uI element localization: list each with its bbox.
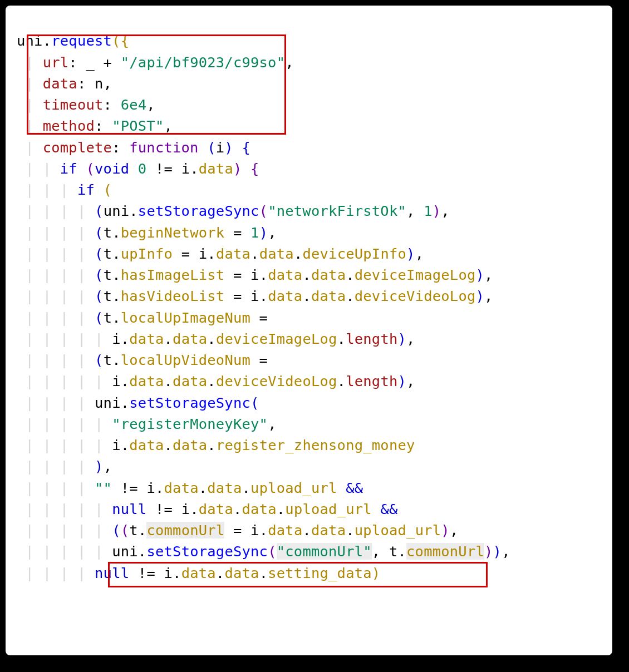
code-line: | | | | "" != i.data.data.upload_url && [17, 480, 363, 496]
hl-commonUrl2: commonUrl [406, 543, 484, 560]
code-line: | | | | | i.data.data.register_zhensong_… [17, 437, 415, 453]
code-line: | | | | | uni.setStorageSync("commonUrl"… [17, 543, 510, 560]
code-line: | | | | (t.localUpVideoNum = [17, 352, 268, 368]
code-line: | url: _ + "/api/bf9023/c99so", [17, 54, 294, 71]
hl-commonUrl1: commonUrl [146, 522, 224, 538]
code-line: | | | | (t.localUpImageNum = [17, 309, 268, 326]
code-line: | | | | (t.hasImageList = i.data.data.de… [17, 266, 493, 283]
ident-request: request [51, 32, 112, 49]
code-line: | method: "POST", [17, 117, 173, 134]
str-post: "POST" [112, 117, 164, 134]
code-line: | data: n, [17, 75, 112, 92]
code-line: | | | if ( [17, 181, 112, 198]
code-frame: uni.request({ | url: _ + "/api/bf9023/c9… [0, 0, 618, 661]
code-line: | | | | uni.setStorageSync( [17, 394, 259, 411]
code-line: | complete: function (i) { [17, 139, 250, 156]
str-api-path: "/api/bf9023/c99so" [121, 54, 286, 71]
ident-uni: uni [17, 32, 43, 49]
code-line: uni.request({ [17, 32, 129, 49]
code-line: | | | | (uni.setStorageSync("networkFirs… [17, 202, 450, 219]
code-line: | | | | | i.data.data.deviceVideoLog.len… [17, 373, 415, 389]
code-block: uni.request({ | url: _ + "/api/bf9023/c9… [6, 6, 612, 584]
code-line: | | | | null != i.data.data.setting_data… [17, 565, 380, 581]
key-data: data [43, 75, 77, 92]
code-line: | | | | (t.hasVideoList = i.data.data.de… [17, 288, 493, 304]
key-complete: complete [43, 139, 112, 156]
code-line: | timeout: 6e4, [17, 96, 155, 113]
code-line: | | | | | i.data.data.deviceImageLog.len… [17, 330, 415, 347]
code-line: | | | | | "registerMoneyKey", [17, 416, 277, 432]
code-line: | | | | (t.upInfo = i.data.data.deviceUp… [17, 245, 424, 262]
code-line: | | | | | null != i.data.data.upload_url… [17, 501, 398, 517]
code-line: | | if (void 0 != i.data) { [17, 160, 259, 177]
code-line: | | | | (t.beginNetwork = 1), [17, 224, 277, 241]
code-line: | | | | ), [17, 458, 112, 475]
key-url: url [43, 54, 69, 71]
hl-commonUrl-str: "commonUrl" [277, 543, 372, 560]
key-method: method [43, 117, 95, 134]
code-line: | | | | | ((t.commonUrl = i.data.data.up… [17, 522, 458, 538]
key-timeout: timeout [43, 96, 104, 113]
num-timeout: 6e4 [121, 96, 147, 113]
